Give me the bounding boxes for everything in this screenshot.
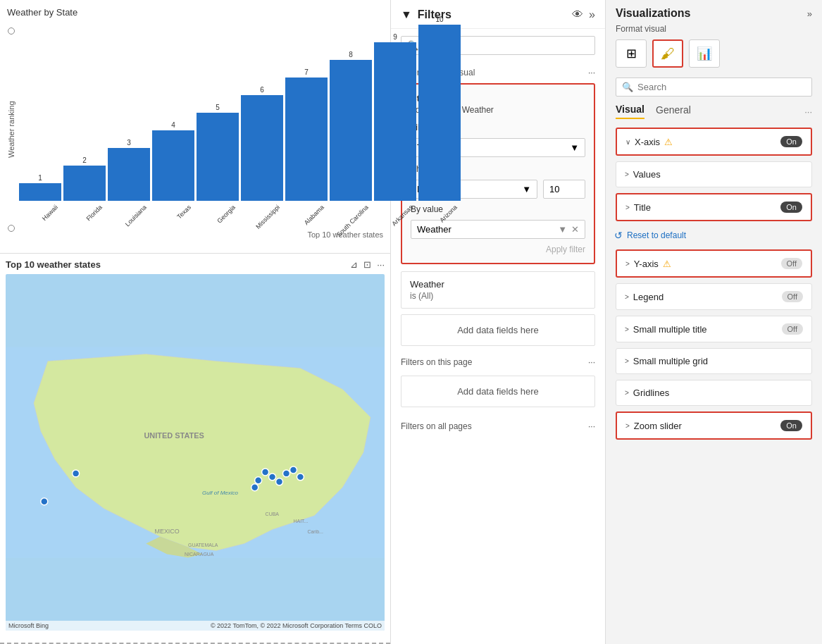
bar-number: 1 xyxy=(38,174,42,182)
gridlines-label: > Gridlines xyxy=(625,388,669,398)
values-section: > Values xyxy=(616,161,812,187)
x-axis-section: ∨ X-axis ⚠ On xyxy=(616,128,812,156)
bar[interactable] xyxy=(19,183,61,201)
values-label: > Values xyxy=(625,169,661,180)
left-panel: Weather by State Weather ranking 1Hawaii… xyxy=(0,0,391,644)
svg-text:Gulf of Mexico: Gulf of Mexico xyxy=(202,490,238,496)
bar-label: Mississippi xyxy=(247,204,281,238)
bar-group: 1Hawaii xyxy=(19,174,61,211)
show-items-count-input[interactable] xyxy=(543,180,585,199)
bar-number: 8 xyxy=(349,51,353,58)
values-chevron-icon: > xyxy=(625,171,629,178)
y-axis-warning-icon: ⚠ xyxy=(663,259,671,269)
viz-tabs: Visual General ··· xyxy=(606,101,822,122)
bar[interactable] xyxy=(241,95,283,201)
small-multiple-grid-row[interactable]: > Small multiple grid xyxy=(616,349,811,373)
filters-expand-icon[interactable]: » xyxy=(589,8,595,21)
tab-more-icon[interactable]: ··· xyxy=(804,106,812,117)
add-data-visual-card[interactable]: Add data fields here xyxy=(401,314,595,346)
values-row[interactable]: > Values xyxy=(616,162,811,187)
map-container: Gulf of Mexico UNITED STATES MEXICO GUAT… xyxy=(6,274,385,631)
map-icons: ⊿ ⊡ ··· xyxy=(350,259,385,270)
title-row[interactable]: > Title On xyxy=(617,194,811,220)
title-toggle[interactable]: On xyxy=(780,202,802,213)
y-axis-row[interactable]: > Y-axis ⚠ Off xyxy=(617,251,811,276)
all-pages-more-icon[interactable]: ··· xyxy=(588,421,595,431)
zoom-slider-toggle[interactable]: On xyxy=(780,420,802,431)
legend-row[interactable]: > Legend Off xyxy=(616,284,811,309)
bar[interactable] xyxy=(374,42,416,201)
bar-label: Georgia xyxy=(202,204,237,238)
map-title: Top 10 weather states xyxy=(6,259,101,270)
svg-point-14 xyxy=(251,484,259,491)
add-data-page-card[interactable]: Add data fields here xyxy=(401,376,595,407)
tab-general[interactable]: General xyxy=(656,104,691,118)
map-footer: Microsoft Bing © 2022 TomTom, © 2022 Mic… xyxy=(6,621,385,631)
bar[interactable] xyxy=(418,25,461,201)
title-section: > Title On xyxy=(616,193,812,221)
x-axis-toggle[interactable]: On xyxy=(780,136,802,147)
weather-filter-card[interactable]: Weather is (All) xyxy=(401,271,595,309)
y-axis-toggle[interactable]: Off xyxy=(781,258,802,269)
by-value-chevron-icon: ▼ xyxy=(558,224,567,235)
bar-group: 4Texas xyxy=(152,121,194,211)
smg-chevron-icon: > xyxy=(625,357,629,365)
small-multiple-grid-label: > Small multiple grid xyxy=(625,356,708,366)
more-icon[interactable]: ··· xyxy=(377,259,385,270)
bar-group: 10Arizona xyxy=(418,16,461,211)
bar[interactable] xyxy=(330,60,372,201)
svg-point-13 xyxy=(283,470,290,477)
bar[interactable] xyxy=(285,78,328,201)
svg-text:Carib...: Carib... xyxy=(307,529,323,534)
small-multiple-title-toggle[interactable]: Off xyxy=(782,323,803,335)
bar-number: 6 xyxy=(260,86,264,94)
x-axis-row[interactable]: ∨ X-axis ⚠ On xyxy=(617,129,811,154)
legend-toggle[interactable]: Off xyxy=(782,291,803,302)
by-value-clear-icon[interactable]: ✕ xyxy=(571,224,579,235)
viz-search-box[interactable]: 🔍 xyxy=(616,78,812,97)
viz-expand-icon[interactable]: » xyxy=(807,8,812,19)
bar-group: 2Florida xyxy=(63,156,106,211)
filter-type-chevron-icon: ▼ xyxy=(570,142,579,153)
small-multiple-title-section: > Small multiple title Off xyxy=(616,316,812,342)
page-filter-label: Filters on this page ··· xyxy=(391,352,605,370)
x-axis-warning-icon: ⚠ xyxy=(664,137,673,147)
bar-label: Texas xyxy=(158,204,192,238)
apply-filter-button[interactable]: Apply filter xyxy=(411,244,585,254)
svg-text:NICARAGUA: NICARAGUA xyxy=(185,552,214,557)
viz-search-input[interactable] xyxy=(637,82,806,92)
section-more-icon[interactable]: ··· xyxy=(588,68,595,78)
reset-to-default-button[interactable]: ↺ Reset to default xyxy=(606,224,822,247)
tab-visual[interactable]: Visual xyxy=(616,104,644,119)
filters-eye-icon[interactable]: 👁 xyxy=(572,8,583,21)
filter-icon[interactable]: ⊿ xyxy=(350,259,358,270)
y-axis-label: Weather ranking xyxy=(7,20,15,239)
bar[interactable] xyxy=(152,130,194,201)
viz-header: Visualizations » xyxy=(606,0,822,24)
page-filter-more-icon[interactable]: ··· xyxy=(588,357,595,367)
direction-chevron-icon: ▼ xyxy=(522,184,531,194)
viz-search-icon: 🔍 xyxy=(622,82,633,92)
zoom-slider-row[interactable]: > Zoom slider On xyxy=(617,413,811,438)
gridlines-row[interactable]: > Gridlines xyxy=(616,380,811,405)
bar-label: Louisiana xyxy=(113,204,148,238)
bar[interactable] xyxy=(108,148,150,201)
expand-icon[interactable]: ⊡ xyxy=(363,259,371,270)
small-multiple-title-row[interactable]: > Small multiple title Off xyxy=(616,316,811,342)
gridlines-chevron-icon: > xyxy=(625,389,629,397)
svg-text:UNITED STATES: UNITED STATES xyxy=(144,431,204,440)
paint-icon: 🖌 xyxy=(661,46,675,62)
y-axis-section: > Y-axis ⚠ Off xyxy=(616,249,812,278)
bar[interactable] xyxy=(63,166,106,201)
bar[interactable] xyxy=(197,113,239,201)
visualizations-panel: Visualizations » Format visual ⊞ 🖌 📊 🔍 V… xyxy=(606,0,822,644)
grid-icon-button[interactable]: ⊞ xyxy=(616,39,647,68)
y-axis-label: > Y-axis ⚠ xyxy=(625,259,671,269)
analytics-icon-button[interactable]: 📊 xyxy=(689,39,720,68)
gridlines-section: > Gridlines xyxy=(616,380,812,406)
bar-number: 10 xyxy=(435,16,443,23)
legend-section: > Legend Off xyxy=(616,283,812,310)
map-title-row: Top 10 weather states ⊿ ⊡ ··· xyxy=(6,259,385,270)
paint-icon-button[interactable]: 🖌 xyxy=(652,39,683,68)
legend-chevron-icon: > xyxy=(625,293,629,301)
